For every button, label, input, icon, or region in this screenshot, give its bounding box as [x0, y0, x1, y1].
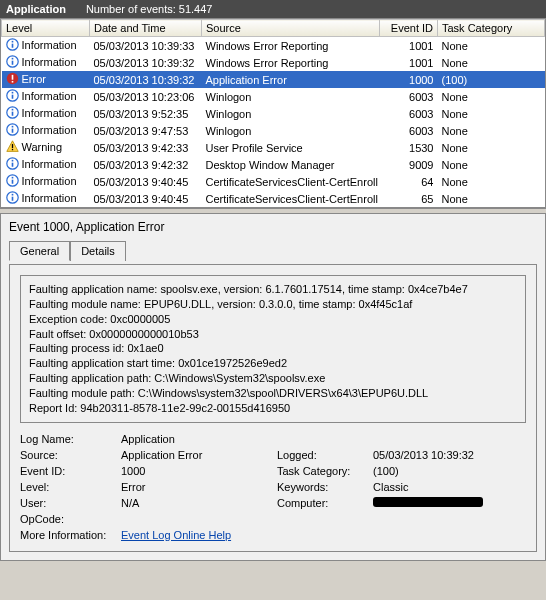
level-text: Information — [22, 158, 77, 170]
svg-rect-5 — [11, 58, 13, 60]
table-row[interactable]: Information05/03/2013 9:42:32Desktop Win… — [2, 156, 545, 173]
source-value: Application Error — [121, 449, 271, 461]
level-text: Information — [22, 192, 77, 204]
level-label: Level: — [20, 481, 115, 493]
eventid-cell: 1001 — [380, 37, 438, 55]
level-text: Error — [22, 73, 46, 85]
svg-rect-25 — [11, 177, 13, 179]
logname-label: Log Name: — [20, 433, 115, 445]
moreinfo-label: More Information: — [20, 529, 115, 541]
col-date[interactable]: Date and Time — [90, 20, 202, 37]
task-cell: None — [438, 139, 545, 156]
eventid-cell: 64 — [380, 173, 438, 190]
svg-rect-18 — [11, 144, 12, 148]
event-log-online-help-link[interactable]: Event Log Online Help — [121, 529, 231, 541]
table-row[interactable]: Information05/03/2013 9:47:53Winlogon600… — [2, 122, 545, 139]
level-text: Warning — [22, 141, 63, 153]
error-icon — [6, 72, 19, 85]
tab-body-general: Faulting application name: spoolsv.exe, … — [9, 264, 537, 552]
info-icon — [6, 174, 19, 187]
svg-rect-7 — [11, 75, 13, 80]
table-row[interactable]: Information05/03/2013 9:52:35Winlogon600… — [2, 105, 545, 122]
source-label: Source: — [20, 449, 115, 461]
task-cell: (100) — [438, 71, 545, 88]
source-cell: CertificateServicesClient-CertEnroll — [202, 173, 380, 190]
date-cell: 05/03/2013 10:23:06 — [90, 88, 202, 105]
event-list: Level Date and Time Source Event ID Task… — [0, 18, 546, 208]
col-level[interactable]: Level — [2, 20, 90, 37]
task-cell: None — [438, 105, 545, 122]
col-source[interactable]: Source — [202, 20, 380, 37]
source-cell: User Profile Service — [202, 139, 380, 156]
message-line: Faulting application path: C:\Windows\Sy… — [29, 371, 517, 386]
table-row[interactable]: Error05/03/2013 10:39:32Application Erro… — [2, 71, 545, 88]
table-row[interactable]: Information05/03/2013 9:40:45Certificate… — [2, 173, 545, 190]
table-row[interactable]: Information05/03/2013 10:23:06Winlogon60… — [2, 88, 545, 105]
detail-title: Event 1000, Application Error — [9, 220, 537, 234]
tab-details[interactable]: Details — [70, 241, 126, 261]
svg-rect-10 — [11, 95, 13, 99]
logname-value: Application — [121, 433, 271, 445]
detail-pane: Event 1000, Application Error General De… — [0, 214, 546, 561]
svg-rect-22 — [11, 160, 13, 162]
eventid-cell: 1000 — [380, 71, 438, 88]
event-message: Faulting application name: spoolsv.exe, … — [20, 275, 526, 423]
level-text: Information — [22, 124, 77, 136]
task-cell: None — [438, 122, 545, 139]
table-row[interactable]: Warning05/03/2013 9:42:33User Profile Se… — [2, 139, 545, 156]
source-cell: Windows Error Reporting — [202, 37, 380, 55]
source-cell: Desktop Window Manager — [202, 156, 380, 173]
user-value: N/A — [121, 497, 271, 509]
message-line: Faulting application start time: 0x01ce1… — [29, 356, 517, 371]
task-cell: None — [438, 54, 545, 71]
message-line: Faulting process id: 0x1ae0 — [29, 341, 517, 356]
tabs: General Details — [9, 240, 537, 260]
svg-rect-27 — [11, 197, 13, 201]
eventid-cell: 6003 — [380, 122, 438, 139]
info-icon — [6, 123, 19, 136]
date-cell: 05/03/2013 9:42:33 — [90, 139, 202, 156]
eventid-cell: 1530 — [380, 139, 438, 156]
svg-rect-13 — [11, 112, 13, 116]
eventid-value: 1000 — [121, 465, 271, 477]
date-cell: 05/03/2013 10:39:32 — [90, 54, 202, 71]
date-cell: 05/03/2013 10:39:33 — [90, 37, 202, 55]
logged-label: Logged: — [277, 449, 367, 461]
table-row[interactable]: Information05/03/2013 9:40:45Certificate… — [2, 190, 545, 207]
eventid-cell: 65 — [380, 190, 438, 207]
message-line: Faulting module name: EPUP6U.DLL, versio… — [29, 297, 517, 312]
keywords-value: Classic — [373, 481, 526, 493]
table-row[interactable]: Information05/03/2013 10:39:33Windows Er… — [2, 37, 545, 55]
info-icon — [6, 157, 19, 170]
taskcat-label: Task Category: — [277, 465, 367, 477]
source-cell: Winlogon — [202, 88, 380, 105]
message-line: Faulting module path: C:\Windows\system3… — [29, 386, 517, 401]
taskcat-value: (100) — [373, 465, 526, 477]
info-icon — [6, 191, 19, 204]
source-cell: Windows Error Reporting — [202, 54, 380, 71]
source-cell: Application Error — [202, 71, 380, 88]
date-cell: 05/03/2013 9:40:45 — [90, 190, 202, 207]
date-cell: 05/03/2013 9:52:35 — [90, 105, 202, 122]
table-row[interactable]: Information05/03/2013 10:39:32Windows Er… — [2, 54, 545, 71]
level-text: Information — [22, 107, 77, 119]
task-cell: None — [438, 173, 545, 190]
task-cell: None — [438, 190, 545, 207]
source-cell: CertificateServicesClient-CertEnroll — [202, 190, 380, 207]
level-text: Information — [22, 90, 77, 102]
task-cell: None — [438, 156, 545, 173]
computer-value — [373, 497, 526, 509]
user-label: User: — [20, 497, 115, 509]
svg-rect-17 — [11, 126, 13, 128]
svg-rect-1 — [11, 44, 13, 48]
log-name: Application — [6, 3, 66, 15]
svg-rect-21 — [11, 163, 13, 167]
tab-general[interactable]: General — [9, 241, 70, 261]
message-line: Fault offset: 0x0000000000010b53 — [29, 327, 517, 342]
level-text: Information — [22, 56, 77, 68]
opcode-label: OpCode: — [20, 513, 115, 525]
col-task[interactable]: Task Category — [438, 20, 545, 37]
level-text: Information — [22, 175, 77, 187]
computer-label: Computer: — [277, 497, 367, 509]
col-eventid[interactable]: Event ID — [380, 20, 438, 37]
